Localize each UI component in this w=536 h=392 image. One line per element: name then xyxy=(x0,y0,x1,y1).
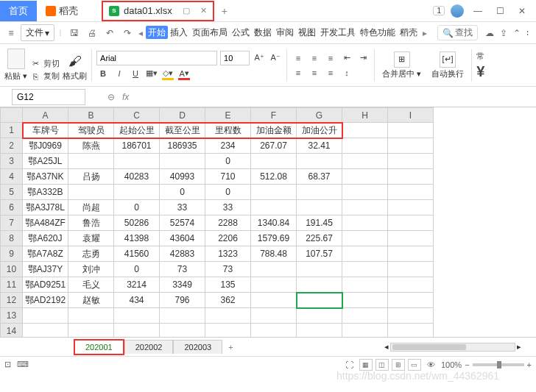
cell-E1[interactable]: 里程数 xyxy=(205,123,251,138)
cell-G5[interactable] xyxy=(297,185,342,200)
cell-B7[interactable]: 鲁浩 xyxy=(68,215,114,231)
select-all-corner[interactable] xyxy=(1,108,23,123)
cell-D11[interactable]: 3349 xyxy=(160,277,205,293)
cell-G4[interactable]: 68.37 xyxy=(297,169,342,185)
row-head-5[interactable]: 5 xyxy=(1,185,23,200)
col-head-G[interactable]: G xyxy=(297,108,342,123)
collapse-ribbon-icon[interactable]: ⌃ xyxy=(513,28,521,38)
more-icon[interactable]: ∶ xyxy=(526,28,529,38)
ribbon-tab-6[interactable]: 视图 xyxy=(296,26,318,39)
cell-C8[interactable]: 41398 xyxy=(114,231,160,246)
cell-F2[interactable]: 267.07 xyxy=(251,138,297,154)
cell-B1[interactable]: 驾驶员 xyxy=(68,123,114,138)
cell-I7[interactable] xyxy=(388,215,434,231)
col-head-E[interactable]: E xyxy=(205,108,251,123)
search-box[interactable]: 🔍 查找 xyxy=(437,25,478,40)
cell-A8[interactable]: 鄂A620J xyxy=(23,231,68,246)
font-color-button[interactable]: A▾ xyxy=(177,67,191,80)
orientation-button[interactable]: ↕ xyxy=(340,66,353,79)
spreadsheet-grid[interactable]: ABCDEFGHI1车牌号驾驶员起始公里截至公里里程数加油金额加油公升2鄂J09… xyxy=(0,107,434,337)
cell-E6[interactable]: 33 xyxy=(205,200,251,215)
cell-D14[interactable] xyxy=(160,324,205,338)
cell-A11[interactable]: 鄂AD9251 xyxy=(23,277,68,293)
ribbon-tab-0[interactable]: 开始 xyxy=(146,26,168,39)
copy-button[interactable]: ⎘复制 xyxy=(30,71,60,82)
ribbon-tab-8[interactable]: 特色功能 xyxy=(358,26,398,39)
fx-icon[interactable]: fx xyxy=(122,92,129,102)
cell-H5[interactable] xyxy=(342,185,388,200)
window-badge[interactable]: 1 xyxy=(433,6,445,15)
ribbon-tab-7[interactable]: 开发工具 xyxy=(318,26,358,39)
auto-wrap-button[interactable]: [↵] 自动换行 xyxy=(429,51,467,79)
cell-G13[interactable] xyxy=(297,308,342,324)
cell-B3[interactable] xyxy=(68,154,114,169)
format-painter-button[interactable]: 🖌 格式刷 xyxy=(63,54,87,82)
cell-E11[interactable]: 135 xyxy=(205,277,251,293)
cell-C12[interactable]: 434 xyxy=(114,293,160,308)
redo-icon[interactable]: ↷ xyxy=(119,25,135,41)
cell-A14[interactable] xyxy=(23,324,68,338)
view-break-button[interactable]: ⊞ xyxy=(392,359,405,371)
cell-D12[interactable]: 796 xyxy=(160,293,205,308)
cell-B12[interactable]: 赵敏 xyxy=(68,293,114,308)
cell-E2[interactable]: 234 xyxy=(205,138,251,154)
cell-A3[interactable]: 鄂A25JL xyxy=(23,154,68,169)
cell-A2[interactable]: 鄂J0969 xyxy=(23,138,68,154)
row-head-7[interactable]: 7 xyxy=(1,215,23,231)
cell-F13[interactable] xyxy=(251,308,297,324)
col-head-B[interactable]: B xyxy=(68,108,114,123)
cell-H11[interactable] xyxy=(342,277,388,293)
cell-I4[interactable] xyxy=(388,169,434,185)
cell-F10[interactable] xyxy=(251,262,297,277)
row-head-2[interactable]: 2 xyxy=(1,138,23,154)
ribbon-tab-1[interactable]: 插入 xyxy=(168,26,190,39)
currency-icon[interactable]: ¥ xyxy=(476,63,484,80)
cell-H2[interactable] xyxy=(342,138,388,154)
cell-A10[interactable]: 鄂AJ37Y xyxy=(23,262,68,277)
status-mode-icon[interactable]: ⊡ xyxy=(4,360,11,369)
view-reading-button[interactable]: ▭ xyxy=(408,359,421,371)
cell-G8[interactable]: 225.67 xyxy=(297,231,342,246)
cell-G11[interactable] xyxy=(297,277,342,293)
zoom-thumb[interactable] xyxy=(497,361,501,368)
cell-H9[interactable] xyxy=(342,246,388,262)
row-head-6[interactable]: 6 xyxy=(1,200,23,215)
row-head-12[interactable]: 12 xyxy=(1,293,23,308)
print-icon[interactable]: 🖨 xyxy=(84,25,100,41)
cell-I8[interactable] xyxy=(388,231,434,246)
row-head-14[interactable]: 14 xyxy=(1,324,23,338)
col-head-D[interactable]: D xyxy=(160,108,205,123)
cell-D7[interactable]: 52574 xyxy=(160,215,205,231)
cell-I9[interactable] xyxy=(388,246,434,262)
cell-G2[interactable]: 32.41 xyxy=(297,138,342,154)
ribbon-nav-right[interactable]: ▸ xyxy=(421,28,429,38)
cell-A6[interactable]: 鄂A3J78L xyxy=(23,200,68,215)
italic-button[interactable]: I xyxy=(113,67,126,80)
close-tab-icon[interactable]: ✕ xyxy=(200,6,207,15)
undo-icon[interactable]: ↶ xyxy=(102,25,118,41)
cell-I10[interactable] xyxy=(388,262,434,277)
cell-C10[interactable]: 0 xyxy=(114,262,160,277)
cell-F3[interactable] xyxy=(251,154,297,169)
zoom-in-button[interactable]: + xyxy=(527,360,532,369)
user-avatar[interactable] xyxy=(451,4,464,18)
cell-G10[interactable] xyxy=(297,262,342,277)
cell-G6[interactable] xyxy=(297,200,342,215)
cell-D13[interactable] xyxy=(160,308,205,324)
cell-G7[interactable]: 191.45 xyxy=(297,215,342,231)
ribbon-tab-5[interactable]: 审阅 xyxy=(274,26,296,39)
cell-F6[interactable] xyxy=(251,200,297,215)
cell-D10[interactable]: 73 xyxy=(160,262,205,277)
align-bottom-button[interactable]: ≡ xyxy=(324,51,337,65)
indent-increase-button[interactable]: ⇥ xyxy=(356,51,370,65)
row-head-1[interactable]: 1 xyxy=(1,123,23,138)
cell-D4[interactable]: 40993 xyxy=(160,169,205,185)
cell-I14[interactable] xyxy=(388,324,434,338)
row-head-11[interactable]: 11 xyxy=(1,277,23,293)
cell-F14[interactable] xyxy=(251,324,297,338)
cell-B11[interactable]: 毛义 xyxy=(68,277,114,293)
eye-icon[interactable]: 👁 xyxy=(427,360,435,369)
file-menu[interactable]: 文件 ▾ xyxy=(21,24,54,41)
increase-font-button[interactable]: A⁺ xyxy=(253,51,266,65)
cell-A7[interactable]: 鄂A484ZF xyxy=(23,215,68,231)
